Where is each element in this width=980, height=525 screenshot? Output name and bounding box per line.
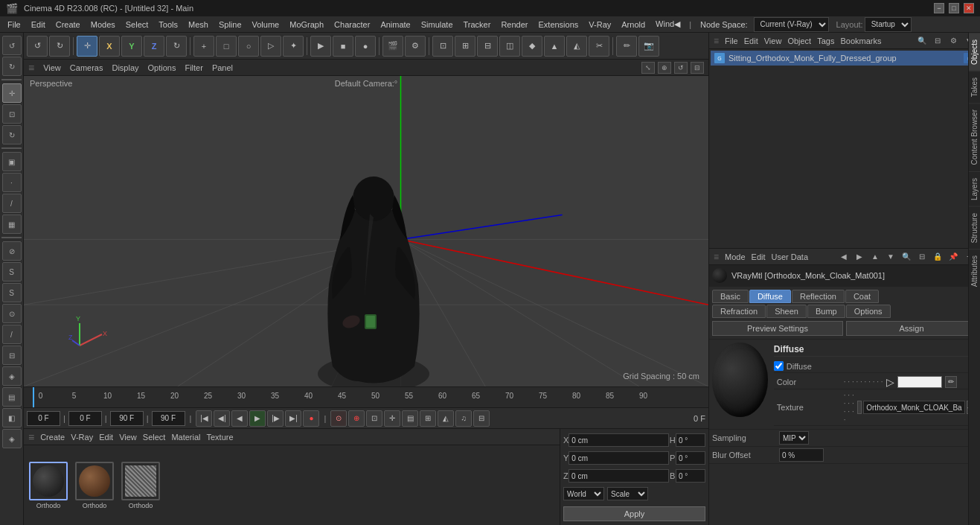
viewport-menu-view[interactable]: View — [43, 63, 61, 72]
toolbar-sphere[interactable]: ○ — [238, 36, 259, 57]
attr-lock[interactable]: 🔒 — [931, 250, 944, 264]
maximize-button[interactable]: □ — [949, 3, 959, 13]
obj-tags[interactable]: Tags — [817, 36, 834, 45]
y-position-input[interactable] — [569, 451, 669, 465]
menu-render[interactable]: Render — [496, 19, 532, 31]
vtab-attributes[interactable]: Attributes — [969, 249, 980, 293]
toolbar-light[interactable]: ✦ — [283, 36, 304, 57]
toolbar-snap[interactable]: ⊡ — [432, 36, 453, 57]
motion-button[interactable]: ◭ — [438, 410, 454, 427]
loop-button[interactable]: ⊙ — [330, 410, 347, 427]
toolbar-weld[interactable]: ◆ — [522, 36, 542, 57]
toolbar-knife[interactable]: ✂ — [589, 36, 609, 57]
toolbar-renderset[interactable]: ⚙ — [405, 36, 426, 57]
tool9[interactable]: ◧ — [2, 408, 22, 427]
z-position-input[interactable] — [569, 469, 669, 483]
color-picker-button[interactable]: ✏ — [945, 376, 957, 388]
menu-mesh[interactable]: Mesh — [184, 19, 213, 31]
toolbar-play[interactable]: ▶ — [310, 36, 331, 57]
attr-tab-coat[interactable]: Coat — [845, 290, 879, 303]
edge-mode-button[interactable]: / — [2, 194, 22, 213]
attr-back[interactable]: ◀ — [837, 250, 851, 264]
timeline-area[interactable]: 0 5 10 15 20 25 30 35 40 45 50 55 60 65 — [24, 386, 708, 407]
menu-character[interactable]: Character — [330, 19, 374, 31]
record-button[interactable]: ● — [303, 410, 319, 427]
settings-icon[interactable]: ⚙ — [947, 34, 960, 48]
mat-select[interactable]: Select — [143, 433, 166, 442]
toolbar-z[interactable]: Z — [144, 36, 164, 57]
toolbar-move[interactable]: ✛ — [77, 36, 97, 57]
toolbar-add[interactable]: + — [193, 36, 214, 57]
undo-button[interactable]: ↺ — [2, 36, 22, 55]
tool6[interactable]: ⊟ — [2, 346, 22, 365]
end-frame-input2[interactable] — [152, 411, 185, 426]
move-tool-button[interactable]: ✛ — [2, 83, 22, 103]
viewport-menu-display[interactable]: Display — [112, 63, 138, 72]
toolbar-camera2[interactable]: 📷 — [638, 36, 659, 57]
attr-tab-basic[interactable]: Basic — [712, 290, 749, 303]
color-swatch[interactable] — [897, 376, 942, 388]
poly-mode-button[interactable]: ▦ — [2, 214, 22, 234]
tool5[interactable]: / — [2, 325, 22, 344]
p-rotation-input[interactable] — [676, 451, 705, 465]
tool3[interactable]: S — [2, 283, 22, 302]
tool2[interactable]: S — [2, 262, 22, 281]
toolbar-cam[interactable]: ▷ — [260, 36, 281, 57]
toolbar-grid[interactable]: ⊞ — [455, 36, 475, 57]
attr-tab-diffuse[interactable]: Diffuse — [749, 290, 791, 303]
object-mode-button[interactable]: ▣ — [2, 152, 22, 171]
attr-tab-refraction[interactable]: Refraction — [712, 305, 766, 318]
mat-material[interactable]: Material — [171, 433, 200, 442]
prev-play-button[interactable]: ◀ — [231, 410, 248, 427]
toolbar-undo[interactable]: ↺ — [27, 36, 48, 57]
scale-mode-select[interactable]: Scale — [607, 487, 648, 500]
filter-icon[interactable]: ⊟ — [931, 34, 944, 48]
tool8[interactable]: ▤ — [2, 387, 22, 407]
dope-button[interactable]: ⊞ — [420, 410, 436, 427]
sampling-dropdown[interactable]: MIP — [779, 431, 809, 445]
tool10[interactable]: ◈ — [2, 429, 22, 448]
viewport-layout[interactable]: ⊟ — [691, 62, 704, 74]
toolbar-paint[interactable]: ✏ — [616, 36, 637, 57]
toolbar-redo[interactable]: ↻ — [49, 36, 70, 57]
menu-spline[interactable]: Spline — [214, 19, 246, 31]
tool1[interactable]: ⊘ — [2, 241, 22, 261]
prev-frame-button[interactable]: ◀| — [214, 410, 230, 427]
menu-tracker[interactable]: Tracker — [459, 19, 496, 31]
material-preview-3[interactable] — [121, 462, 160, 500]
x-position-input[interactable] — [569, 433, 669, 447]
point-mode-button[interactable]: · — [2, 173, 22, 192]
toolbar-extrude[interactable]: ▲ — [544, 36, 565, 57]
layout-dropdown[interactable]: Startup — [865, 17, 912, 32]
attr-search[interactable]: 🔍 — [900, 250, 913, 264]
viewport-menu-cameras[interactable]: Cameras — [70, 63, 103, 72]
goto-start-button[interactable]: |◀ — [196, 410, 212, 427]
toolbar-rotate[interactable]: ↻ — [166, 36, 187, 57]
toolbar-bevel[interactable]: ◭ — [566, 36, 587, 57]
material-item-2[interactable]: Orthodo — [73, 462, 116, 509]
attr-mode[interactable]: Mode — [725, 252, 746, 261]
material-item-1[interactable]: Orthodo — [27, 462, 70, 509]
obj-object[interactable]: Object — [787, 36, 811, 45]
viewport-menu-options[interactable]: Options — [148, 63, 176, 72]
blur-offset-input[interactable] — [779, 448, 824, 462]
b-rotation-input[interactable] — [676, 469, 705, 483]
menu-mograph[interactable]: MoGraph — [285, 19, 328, 31]
vtab-takes[interactable]: Takes — [969, 71, 980, 103]
mat-vray[interactable]: V-Ray — [71, 433, 93, 442]
current-frame-input[interactable] — [27, 411, 60, 426]
3d-viewport[interactable]: X Y Z Perspective Default Camera:° Grid … — [24, 76, 708, 386]
assign-button[interactable]: Assign — [846, 321, 977, 336]
menu-file[interactable]: File — [3, 19, 25, 31]
toolbar-mirror[interactable]: ◫ — [499, 36, 520, 57]
apply-button[interactable]: Apply — [563, 506, 705, 521]
toolbar-y[interactable]: Y — [121, 36, 142, 57]
minimize-button[interactable]: − — [934, 3, 944, 13]
attr-up[interactable]: ▲ — [868, 250, 882, 264]
rotate-tool-button[interactable]: ↻ — [2, 125, 22, 144]
material-preview-2[interactable] — [75, 462, 114, 500]
texture-dropdown[interactable] — [857, 401, 862, 414]
timeline-button[interactable]: ▤ — [402, 410, 418, 427]
obj-edit[interactable]: Edit — [744, 36, 758, 45]
preview-button[interactable]: ⊟ — [473, 410, 490, 427]
